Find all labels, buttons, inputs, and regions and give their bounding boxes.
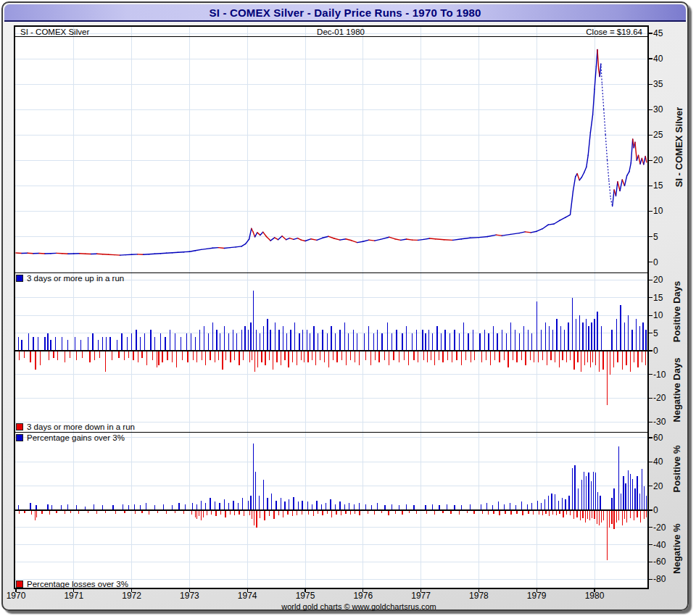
legend-days-up-label: 3 days or more up in a run [27, 274, 124, 283]
y-tick-label-price: 35 [653, 79, 663, 89]
y-tick-label-price: 15 [653, 180, 663, 191]
y-tick-label-days: -30 [653, 417, 666, 427]
blue-square-icon [16, 434, 23, 441]
y-tick-label-days: 10 [653, 310, 663, 320]
legend-days-down: 3 days or more down in a run [16, 423, 135, 431]
x-tick-label-year: 1977 [411, 591, 431, 601]
plot-background [14, 26, 648, 588]
series-label: SI - COMEX Silver [20, 28, 89, 36]
y-tick-label-pct: 60 [653, 433, 663, 443]
legend-pct-up-label: Percentage gains over 3% [27, 433, 125, 442]
y-tick-label-pct: -60 [653, 557, 666, 567]
x-tick-label-year: 1976 [353, 591, 373, 601]
legend-days-down-label: 3 days or more down in a run [27, 423, 135, 431]
chart-canvas [0, 0, 696, 616]
x-tick-label-year: 1980 [585, 591, 605, 601]
x-tick-label-year: 1978 [469, 591, 489, 601]
y-axis-title-negative-days: Negative Days [671, 358, 682, 423]
close-price-label: Close = $19.64 [586, 28, 642, 36]
screenshot-page: SI - COMEX Silver - Daily Price Runs - 1… [0, 0, 696, 616]
legend-pct-down: Percentage losses over 3% [16, 580, 128, 588]
y-tick-label-price: 30 [653, 104, 663, 115]
y-tick-label-pct: -80 [653, 574, 666, 584]
x-tick-label-year: 1979 [527, 591, 547, 601]
y-axis-title-price: SI - COMEX Silver [674, 107, 684, 188]
y-tick-label-price: 20 [653, 155, 663, 165]
red-square-icon [16, 580, 23, 588]
y-tick-label-pct: 0 [653, 505, 658, 515]
y-tick-label-price: 10 [653, 206, 663, 216]
y-tick-label-days: 20 [653, 275, 663, 285]
y-tick-label-price: 25 [653, 130, 663, 140]
y-tick-label-days: 15 [653, 293, 663, 303]
date-label: Dec-01 1980 [317, 28, 365, 36]
y-tick-label-days: -10 [653, 370, 666, 380]
x-tick-label-year: 1975 [296, 591, 315, 601]
y-tick-label-pct: -40 [653, 540, 666, 550]
x-tick-label-year: 1973 [180, 591, 199, 601]
y-axis-title-positive-pct: Positive % [671, 445, 682, 492]
legend-pct-down-label: Percentage losses over 3% [27, 580, 128, 588]
y-tick-label-pct: -20 [653, 523, 666, 533]
red-square-icon [16, 423, 23, 430]
y-tick-label-days: -20 [653, 393, 666, 403]
y-tick-label-price: 40 [653, 54, 663, 64]
x-tick-label-year: 1970 [7, 591, 26, 601]
x-tick-label-year: 1972 [122, 591, 141, 601]
legend-pct-up: Percentage gains over 3% [16, 433, 125, 442]
footer-credit: world gold charts © www.goldchartsrus.co… [281, 602, 436, 611]
legend-days-up: 3 days or more up in a run [16, 274, 124, 283]
y-axis-title-negative-pct: Negative % [671, 523, 682, 573]
blue-square-icon [16, 275, 23, 282]
y-tick-label-days: 5 [653, 328, 658, 338]
x-tick-label-year: 1974 [238, 591, 257, 601]
y-tick-label-pct: 20 [653, 481, 663, 491]
x-tick-label-year: 1971 [64, 591, 83, 601]
y-tick-label-price: 5 [653, 232, 658, 242]
y-tick-label-days: 0 [653, 346, 658, 356]
y-tick-label-price: 45 [653, 28, 663, 38]
y-tick-label-pct: 40 [653, 457, 663, 467]
y-axis-title-positive-days: Positive Days [671, 281, 682, 343]
y-tick-label-price: 0 [653, 257, 658, 267]
